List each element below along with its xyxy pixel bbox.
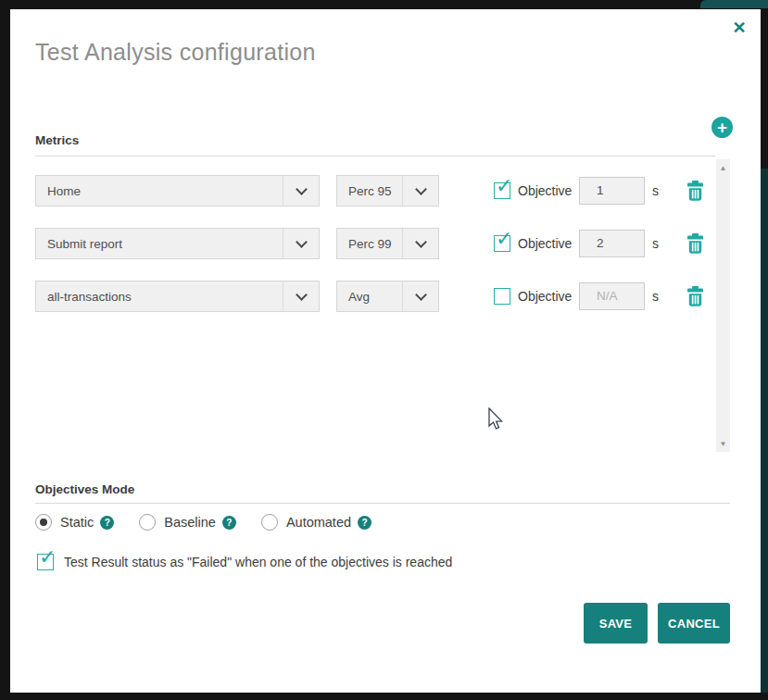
fail-status-row: ✓ Test Result status as "Failed" when on… [37, 554, 452, 570]
unit-label: s [652, 289, 659, 304]
unit-label: s [652, 236, 659, 251]
aggregation-select[interactable]: Avg [336, 281, 439, 312]
metrics-heading: Metrics [35, 133, 79, 147]
chevron-down-icon [283, 281, 319, 311]
objective-label: Objective [518, 289, 572, 304]
metric-select-value: Home [36, 184, 283, 198]
radio-option-static[interactable]: Static ? [35, 514, 114, 531]
help-icon[interactable]: ? [358, 516, 371, 530]
aggregation-select-value: Perc 99 [337, 237, 402, 251]
metric-select[interactable]: Submit report [35, 228, 320, 259]
metric-row: all-transactions Avg ✓ Objective N/A s [35, 281, 730, 312]
fail-status-label: Test Result status as "Failed" when one … [64, 555, 452, 569]
metric-select-value: Submit report [36, 237, 283, 251]
check-icon: ✓ [496, 227, 512, 251]
metrics-divider [35, 156, 715, 156]
radio-button[interactable] [35, 514, 52, 531]
help-icon[interactable]: ? [222, 516, 236, 530]
chevron-down-icon [402, 229, 438, 258]
check-icon: ✓ [496, 174, 512, 198]
background-page-fragment [700, 0, 768, 8]
check-icon: ✓ [39, 545, 56, 569]
objective-value-input[interactable]: 2 [579, 230, 645, 257]
objective-value-input[interactable]: 1 [579, 177, 645, 205]
radio-button[interactable] [139, 514, 156, 531]
trash-icon[interactable] [686, 181, 704, 201]
test-analysis-dialog: Test Analysis configuration ✕ Metrics + … [10, 9, 761, 693]
background-page-fragment [761, 169, 768, 693]
trash-icon[interactable] [686, 286, 704, 306]
metric-select[interactable]: Home [35, 175, 320, 206]
save-button[interactable]: SAVE [584, 603, 648, 644]
scroll-up-icon[interactable]: ▲ [716, 161, 730, 174]
radio-button[interactable] [261, 514, 278, 531]
add-metric-button[interactable]: + [711, 117, 733, 138]
close-icon[interactable]: ✕ [729, 18, 749, 38]
objective-value-input[interactable]: N/A [579, 282, 645, 310]
chevron-down-icon [283, 176, 319, 206]
aggregation-select[interactable]: Perc 95 [336, 175, 439, 206]
objective-checkbox[interactable]: ✓ [494, 288, 510, 305]
metric-select[interactable]: all-transactions [35, 281, 320, 312]
radio-option-baseline[interactable]: Baseline ? [139, 514, 236, 531]
objective-checkbox[interactable]: ✓ [494, 182, 510, 199]
objectives-divider [35, 503, 730, 504]
radio-option-automated[interactable]: Automated ? [261, 514, 371, 531]
objectives-mode-options: Static ? Baseline ? Automated ? [35, 513, 397, 531]
cancel-button[interactable]: CANCEL [658, 603, 730, 644]
radio-label: Baseline [164, 515, 216, 530]
chevron-down-icon [402, 281, 438, 311]
metrics-scrollbar[interactable]: ▲ ▼ [716, 159, 730, 452]
page-title: Test Analysis configuration [35, 39, 316, 66]
objectives-mode-heading: Objectives Mode [35, 482, 134, 496]
aggregation-select-value: Avg [337, 290, 402, 304]
chevron-down-icon [283, 229, 319, 258]
metric-select-value: all-transactions [36, 290, 283, 304]
radio-label: Automated [286, 515, 351, 530]
unit-label: s [652, 183, 659, 198]
aggregation-select-value: Perc 95 [337, 184, 402, 198]
scroll-down-icon[interactable]: ▼ [716, 437, 730, 450]
radio-label: Static [60, 515, 94, 530]
trash-icon[interactable] [686, 233, 704, 254]
screen: Test Analysis configuration ✕ Metrics + … [0, 0, 768, 700]
objective-label: Objective [518, 236, 572, 251]
objective-checkbox[interactable]: ✓ [494, 235, 510, 252]
aggregation-select[interactable]: Perc 99 [336, 228, 439, 259]
objective-label: Objective [518, 183, 572, 198]
metric-row: Home Perc 95 ✓ Objective 1 s [35, 175, 730, 206]
fail-status-checkbox[interactable]: ✓ [37, 554, 54, 570]
metric-row: Submit report Perc 99 ✓ Objective 2 s [35, 228, 730, 259]
chevron-down-icon [402, 176, 438, 206]
help-icon[interactable]: ? [100, 516, 114, 530]
